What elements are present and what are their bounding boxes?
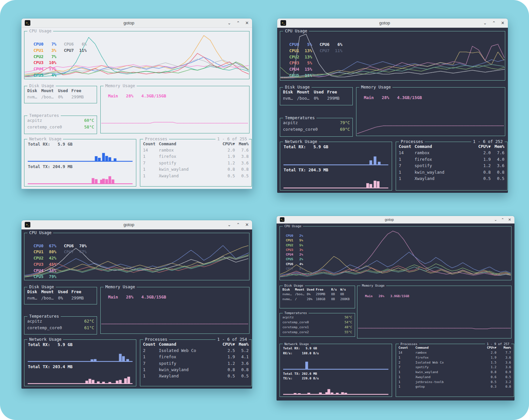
gotop-window-1: >_gotop⌄⌃✕CPU UsageCPU07%CPU13%CPU27%CPU… <box>21 18 252 189</box>
panel-title: Memory Usage <box>360 284 386 288</box>
window-buttons: ⌄⌃✕ <box>494 218 511 222</box>
network-tx-chart <box>283 173 388 189</box>
cpu-usage-panel: CPU UsageCPU02%CPU15%CPU25%CPU33%CPU42%C… <box>280 226 512 280</box>
process-row[interactable]: 1firefox1.93.6 <box>399 355 511 360</box>
network-inner: Total RX: 5.9 GBTotal TX: 203.4 MB <box>28 342 133 385</box>
maximize-button[interactable]: ⌃ <box>236 21 240 25</box>
memory-chart <box>101 301 249 333</box>
process-row[interactable]: 1kwin_wayland0.80.8 <box>399 169 504 175</box>
maximize-button[interactable]: ⌃ <box>236 223 240 227</box>
network-inner: Total RX: 5.9 GBTotal TX: 204.9 MB <box>28 141 133 185</box>
processes-table: CountCommandCPU%▼Mem%2Isolated Web Co2.5… <box>143 341 248 385</box>
process-row[interactable]: 1jetbrains-toolb0.53.2 <box>399 380 511 385</box>
processes-header: CountCommandCPU%▼Mem% <box>143 141 248 147</box>
disk-table-header: DiskMountUsedFree <box>283 89 350 95</box>
cpu-legend-item: CPU438% <box>34 268 56 274</box>
process-row[interactable]: 1firefox1.93.8 <box>143 153 248 159</box>
close-button[interactable]: ✕ <box>508 218 511 222</box>
process-row[interactable]: 1kwin_wayland0.80.8 <box>143 166 248 172</box>
minimize-button[interactable]: ⌄ <box>494 218 497 222</box>
temperature-row: coretemp_core061°C <box>27 325 94 331</box>
minimize-button[interactable]: ⌄ <box>483 21 487 25</box>
maximize-button[interactable]: ⌃ <box>501 218 504 222</box>
terminal-content: CPU UsageCPU07%CPU13%CPU27%CPU310%CPU417… <box>21 28 252 189</box>
network-rx-chart <box>283 356 389 370</box>
close-button[interactable]: ✕ <box>245 223 249 227</box>
cpu-usage-panel: CPU UsageCPU067%CPU180%CPU242%CPU345%CPU… <box>24 233 249 281</box>
cpu-usage-panel: CPU UsageCPU07%CPU13%CPU27%CPU310%CPU417… <box>24 31 249 79</box>
process-row[interactable]: 14rambox2.07.6 <box>143 147 248 153</box>
cpu-legend-item: CPU067% <box>34 243 56 249</box>
window-titlebar[interactable]: >_gotop⌄⌃✕ <box>21 18 252 28</box>
memory-label: Main26%3.9GB/15GB <box>365 294 415 298</box>
processes-panel: Processes1 - 6 of 255CountCommandCPU%▼Me… <box>140 139 251 187</box>
terminal-icon: >_ <box>25 222 30 228</box>
process-row[interactable]: 1Xwayland0.50.5 <box>399 175 504 182</box>
terminal-icon: >_ <box>25 20 30 26</box>
cpu-chart <box>280 227 511 279</box>
process-row[interactable]: 1kwin_wayland0.80.8 <box>143 367 248 373</box>
network-usage-panel: Network UsageTotal RX: 5.9 GBTotal TX: 2… <box>24 139 136 187</box>
cpu-legend-item: CPU05% <box>289 42 312 48</box>
process-row[interactable]: 1Xwayland0.50.5 <box>143 373 248 379</box>
window-titlebar[interactable]: >_gotop⌄⌃✕ <box>277 18 508 28</box>
cpu-legend-item: CPU113% <box>289 48 312 54</box>
close-button[interactable]: ✕ <box>501 21 505 25</box>
cpu-legend: CPU07%CPU13%CPU27%CPU310%CPU417%CPU54% <box>34 41 56 79</box>
process-row[interactable]: 1Xwayland0.50.5 <box>143 173 248 179</box>
network-rx-label: Total RX: 5.9 GB <box>28 342 133 348</box>
process-row[interactable]: 7spotify1.23.6 <box>143 360 248 367</box>
cpu-legend-item: CPU747% <box>64 249 86 255</box>
network-rx-label: Total RX: 5.9 GB <box>28 141 133 148</box>
disk-table: DiskMountUsedFreenvm…/boo…0%299MB <box>283 89 350 104</box>
network-tx-label: Total TX: 203.4 MB <box>28 364 133 370</box>
window-titlebar[interactable]: >_gotop⌄⌃✕ <box>277 216 514 224</box>
process-row[interactable]: 14rambox2.07.6 <box>399 150 504 156</box>
terminal-content: CPU UsageCPU02%CPU15%CPU25%CPU33%CPU42%C… <box>277 224 514 401</box>
gotop-window-3: >_gotop⌄⌃✕CPU UsageCPU067%CPU180%CPU242%… <box>21 220 252 389</box>
memory-chart <box>101 100 249 132</box>
close-button[interactable]: ✕ <box>245 21 249 25</box>
process-row[interactable]: 1firefox1.94.1 <box>143 354 248 360</box>
disk-usage-panel: Disk UsageDiskMountUsedFreenvm…/boo…0%29… <box>280 87 353 105</box>
process-row[interactable]: 1gotop0.30.0 <box>399 384 511 389</box>
minimize-button[interactable]: ⌄ <box>227 223 231 227</box>
temperatures-panel: Temperaturesacpitz56°Ccoretemp_core054°C… <box>280 313 355 337</box>
memory-chart <box>357 102 505 135</box>
window-buttons: ⌄⌃✕ <box>483 21 505 25</box>
maximize-button[interactable]: ⌃ <box>492 21 496 25</box>
process-row[interactable]: 14rambox2.07.7 <box>399 350 511 355</box>
processes-table: CountCommandCPU%▼Mem%14rambox2.07.71fire… <box>399 345 511 395</box>
window-title: gotop <box>287 218 491 222</box>
processes-panel: Processes1 - 9 of 257CountCommandCPU%▼Me… <box>396 344 514 397</box>
cpu-usage-panel: CPU UsageCPU05%CPU113%CPU213%CPU35%CPU41… <box>280 31 505 81</box>
disk-table: DiskMountUsedFreenvm…/boo…0%299MB <box>27 289 94 303</box>
process-row[interactable]: 7spotify1.23.6 <box>399 365 511 370</box>
process-row[interactable]: 7spotify1.23.6 <box>399 162 504 169</box>
process-row[interactable]: 2Isolated Web Co1.53.6 <box>399 360 511 365</box>
disk-usage-panel: Disk UsageDiskMountUsedFreenvm…/boo…0%29… <box>24 287 97 304</box>
terminal-icon: >_ <box>281 20 286 26</box>
temperature-row: acpitz62°C <box>27 318 94 325</box>
cpu-legend-item: CPU711% <box>64 48 86 54</box>
window-title: gotop <box>33 222 225 227</box>
minimize-button[interactable]: ⌄ <box>227 21 231 25</box>
terminal-content: CPU UsageCPU05%CPU113%CPU213%CPU35%CPU41… <box>277 28 508 193</box>
network-rx-label: Total RX: 5.9 GB <box>283 346 389 351</box>
process-row[interactable]: 7spotify1.23.6 <box>143 160 248 166</box>
temperature-row: coretemp_core058°C <box>27 124 94 130</box>
cpu-legend-item: CPU54% <box>34 72 56 79</box>
network-inner: Total RX: 5.9 GBRX/s: 188.0 B/sTotal TX:… <box>283 346 389 395</box>
process-row[interactable]: 1Xwayland0.60.5 <box>399 375 511 380</box>
memory-label: Main28%4.3GB/15GB <box>108 93 174 98</box>
network-tx-label: Total TX: 204.3 MB <box>283 167 388 173</box>
cpu-legend-item: CPU66% <box>319 42 342 48</box>
process-row[interactable]: 1kwin_wayland0.80.9 <box>399 370 511 375</box>
window-titlebar[interactable]: >_gotop⌄⌃✕ <box>21 220 252 229</box>
process-row[interactable]: 2Isolated Web Co2.55.2 <box>143 347 248 354</box>
network-usage-panel: Network UsageTotal RX: 5.9 GBTotal TX: 2… <box>280 142 392 191</box>
process-row[interactable]: 1firefox1.94.0 <box>399 156 504 162</box>
temperatures-table: acpitz62°Ccoretemp_core061°C <box>27 318 94 333</box>
memory-sparkline <box>101 301 248 333</box>
network-inner: Total RX: 5.9 GBTotal TX: 204.3 MB <box>283 144 388 189</box>
